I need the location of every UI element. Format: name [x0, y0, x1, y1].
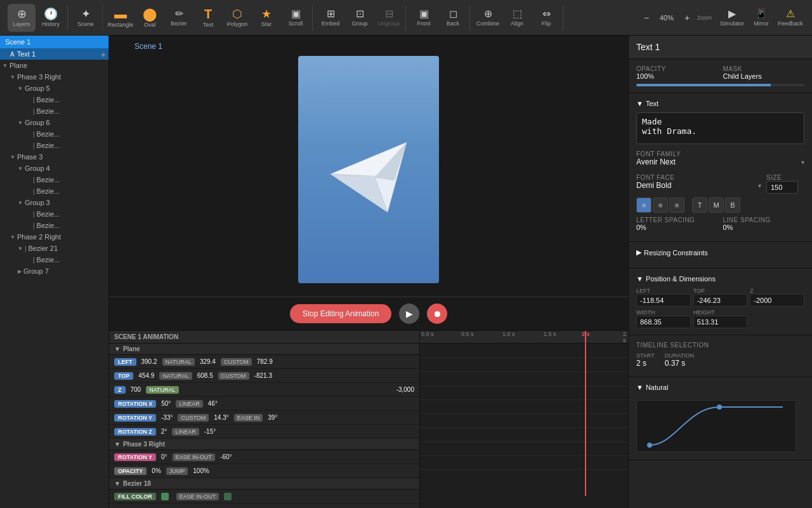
rp-pos-grid: LEFT -118.54 TOP -246.23 Z -2000 WIDTH 8…	[636, 288, 804, 328]
rp-position-header[interactable]: ▼ Position & Dimensions	[636, 275, 804, 283]
timeline-tracks: 0.0 s 0.5 s 1.0 s 1.5 s 2 s 2.5 s 3.0 s …	[420, 331, 628, 508]
tl-left-label: LEFT 390.2 NATURAL 329.4 CUSTOM 782.9	[114, 358, 414, 366]
tl-fill-color-swatch2	[224, 493, 232, 500]
rp-start-value[interactable]: 2 s	[636, 359, 655, 368]
rp-height-value[interactable]: 513.31	[693, 316, 748, 328]
mirror-button[interactable]: 📱 Mirror	[747, 4, 775, 32]
rp-text-content[interactable]: Made with Drama.	[636, 112, 804, 144]
ungroup-button[interactable]: ⊟ Ungroup	[375, 4, 403, 32]
rp-font-family-value[interactable]: Avenir Next ▾	[636, 157, 804, 166]
rp-text-header[interactable]: ▼ Text	[636, 100, 804, 107]
star-button[interactable]: ★ Star	[252, 4, 280, 32]
rp-left-value[interactable]: -118.54	[636, 294, 691, 307]
canvas[interactable]	[298, 56, 439, 283]
tl-row-rotx: ROTATION X 50° LINEAR 46°	[109, 397, 419, 411]
rp-letter-spacing-value[interactable]: 0%	[636, 224, 718, 231]
align-right-button[interactable]: ≡	[669, 197, 684, 213]
layer-item-bezie9[interactable]: | Bezie...	[0, 254, 108, 265]
record-icon: ⏺	[433, 309, 442, 319]
back-label: Back	[447, 20, 459, 27]
zoom-out-button[interactable]: −	[639, 10, 654, 25]
rp-font-face-value[interactable]: Demi Bold ▾	[636, 181, 761, 190]
expand-arrow-plane: ▼	[3, 63, 8, 69]
feedback-button[interactable]: ⚠ Feedback	[776, 4, 804, 32]
flip-button[interactable]: ⇔ Flip	[532, 4, 560, 32]
scene-header[interactable]: Scene 1	[0, 36, 108, 48]
timeline-track-names: SCENE 1 ANIMATION ▼ Plane LEFT 390.2 NAT…	[109, 331, 420, 508]
layer-item-phase2right[interactable]: ▼ Phase 2 Right	[0, 231, 108, 243]
layer-item-bezie6[interactable]: | Bezie...	[0, 185, 108, 197]
canvas-scene-label: Scene 1	[109, 42, 162, 51]
rp-duration-value[interactable]: 0.37 s	[665, 359, 694, 368]
rp-letter-spacing-label: LETTER SPACING	[636, 217, 718, 224]
combine-button[interactable]: ⊕ Combine	[474, 4, 502, 32]
rp-resizing-header[interactable]: ▶ Resizing Constraints	[636, 248, 804, 257]
rp-size-input[interactable]	[766, 181, 798, 194]
layer-item-plane[interactable]: ▼ Plane	[0, 60, 108, 71]
layer-item-bezie3[interactable]: | Bezie...	[0, 128, 108, 140]
simulator-button[interactable]: ▶ Simulator	[718, 4, 746, 32]
layer-item-group7[interactable]: ▶ Group 7	[0, 265, 108, 277]
embed-button[interactable]: ⊞ Embed	[317, 4, 344, 32]
opacity-slider[interactable]	[636, 84, 804, 86]
layer-item-bezie4[interactable]: | Bezie...	[0, 140, 108, 151]
record-button[interactable]: ⏺	[427, 304, 447, 324]
layer-item-group3[interactable]: ▼ Group 3	[0, 197, 108, 208]
align-center-button[interactable]: ≡	[653, 197, 668, 213]
layer-bezie7-label: Bezie...	[37, 210, 60, 218]
rp-opacity-value[interactable]: 100%	[636, 72, 718, 80]
text-icon: T	[204, 8, 212, 20]
polygon-label: Polygon	[227, 21, 248, 27]
combine-icon: ⊕	[484, 9, 492, 19]
shape-tools: ▬ Rectangle ⬤ Oval ✏ Bezier T Text ⬡ Pol…	[104, 5, 313, 30]
layer-item-group5[interactable]: ▼ Group 5	[0, 83, 108, 94]
rp-mask-value[interactable]: Child Layers	[723, 72, 805, 80]
layer-item-phase3right[interactable]: ▼ Phase 3 Right	[0, 71, 108, 83]
layer-item-bezie2[interactable]: | Bezie...	[0, 105, 108, 117]
front-button[interactable]: ▣ Front	[410, 4, 438, 32]
rp-natural-header[interactable]: ▼ Natural	[636, 384, 804, 391]
stop-editing-button[interactable]: Stop Editing Animation	[290, 304, 392, 323]
valign-top-button[interactable]: T	[692, 197, 707, 213]
align-left-button[interactable]: ≡	[636, 197, 652, 213]
text-button[interactable]: T Text	[194, 4, 222, 32]
layer-item-group4[interactable]: ▼ Group 4	[0, 163, 108, 174]
layer-item-bezie8[interactable]: | Bezie...	[0, 220, 108, 231]
rp-opacity-col: OPACITY 100%	[636, 65, 718, 80]
back-button[interactable]: ◻ Back	[439, 4, 467, 32]
layer-item-text1[interactable]: A Text 1 ◈	[0, 48, 108, 60]
oval-button[interactable]: ⬤ Oval	[136, 4, 164, 32]
ruler-25: 2.5 s	[623, 331, 628, 344]
align-button[interactable]: ⬚ Align	[503, 4, 531, 32]
tl-left-tag: LEFT	[114, 358, 136, 366]
rectangle-button[interactable]: ▬ Rectangle	[107, 4, 134, 32]
combine-align-tools: ⊕ Combine ⬚ Align ⇔ Flip	[471, 5, 563, 30]
zoom-in-button[interactable]: +	[679, 10, 695, 25]
layer-item-group6[interactable]: ▼ Group 6	[0, 117, 108, 128]
rp-top-value[interactable]: -246.23	[693, 294, 748, 307]
layer-item-phase3[interactable]: ▼ Phase 3	[0, 151, 108, 163]
rp-line-spacing-value[interactable]: 0%	[723, 224, 805, 231]
layer-item-bezie5[interactable]: | Bezie...	[0, 174, 108, 185]
layer-item-bezier21[interactable]: ▼ | Bezier 21	[0, 243, 108, 254]
grid-2	[420, 371, 628, 372]
scroll-label: Scroll	[289, 20, 303, 27]
history-tab[interactable]: 🕐 History	[37, 4, 65, 32]
scroll-button[interactable]: ▣ Scroll	[282, 4, 310, 32]
valign-bot-button[interactable]: B	[725, 197, 740, 213]
bezie7-bar: |	[33, 211, 35, 218]
tl-phase3right-section: ▼ Phase 3 Right	[109, 439, 419, 450]
valign-mid-button[interactable]: M	[709, 197, 724, 213]
layers-tab[interactable]: ⊕ Layers	[8, 4, 36, 32]
play-button[interactable]: ▶	[399, 304, 419, 324]
bezier-button[interactable]: ✏ Bezier	[165, 4, 193, 32]
scene-button[interactable]: ✦ Scene	[72, 4, 100, 32]
group-button[interactable]: ⊡ Group	[346, 4, 374, 32]
rp-z-value[interactable]: -2000	[750, 294, 804, 307]
flip-icon: ⇔	[542, 9, 551, 19]
rp-width-value[interactable]: 868.35	[636, 316, 691, 328]
polygon-button[interactable]: ⬡ Polygon	[223, 4, 251, 32]
layer-item-bezie1[interactable]: | Bezie...	[0, 94, 108, 105]
rp-top-label: TOP	[693, 288, 748, 294]
layer-item-bezie7[interactable]: | Bezie...	[0, 208, 108, 220]
